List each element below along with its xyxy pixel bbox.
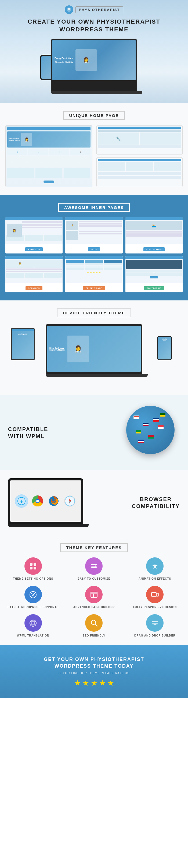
laptop-screen: Bring Back Your Strength, Mobility 👩‍⚕️ xyxy=(52,40,136,80)
page-builder-icon xyxy=(85,586,103,603)
pstar-2: ★ xyxy=(90,272,92,274)
hero-title-line1: CREATE YOUR OWN PHYSIOTHERAPIST xyxy=(28,18,160,25)
laptop-outer: e xyxy=(8,478,83,524)
pt-r4 xyxy=(85,263,103,265)
ss-sm-header-top xyxy=(98,127,182,129)
svg-rect-13 xyxy=(30,563,32,566)
blog-img: 🏃 xyxy=(66,221,78,230)
inner-pages-section: AWESOME INNER PAGES 👩‍⚕️ xyxy=(0,195,188,301)
ss-col-2 xyxy=(35,168,62,178)
ss-icon-4: 🏃 xyxy=(70,149,90,155)
about-row-3 xyxy=(22,227,62,228)
blog-single-btn[interactable]: BLOG SINGLE xyxy=(143,247,165,251)
services-btn[interactable]: SERVICES xyxy=(26,286,43,290)
pt-head2 xyxy=(85,260,103,263)
ss-sm-content-b xyxy=(98,172,182,175)
df-phone-content: Bring BackYour Strength,Mobility xyxy=(159,338,170,341)
home-screenshots-container: Bring Back YourStrength, Mobility 👩‍⚕️ ✚… xyxy=(5,125,183,187)
star-1: ★ xyxy=(74,679,81,687)
services-screenshot: 👨‍⚕️ xyxy=(5,256,62,283)
contact-btn[interactable]: CONTACT US xyxy=(144,286,164,290)
theme-settings-label: THEME SETTING OPTIONS xyxy=(13,577,53,581)
ss-col-1 xyxy=(7,168,34,178)
contact-form-row xyxy=(126,270,182,273)
browser-screen: e xyxy=(10,480,81,522)
browser-compat-text: BROWSER COMPATIBILITY xyxy=(132,496,180,509)
screen-title: Bring Back Your xyxy=(55,57,73,60)
ss-sm-grid xyxy=(98,162,182,171)
star-4: ★ xyxy=(99,679,106,687)
services-btn-area: SERVICES xyxy=(5,283,62,292)
svg-rect-19 xyxy=(91,567,97,568)
ss-product-1: 🔧 xyxy=(98,132,139,145)
pricing-btn[interactable]: PRICING PAGE xyxy=(83,286,105,290)
svg-text:e: e xyxy=(20,498,23,504)
svg-marker-39 xyxy=(154,624,156,625)
ie-icon: e xyxy=(15,494,28,508)
easy-customize-label: EASY TO CUSTOMIZE xyxy=(78,577,110,581)
svc-row1 xyxy=(6,269,62,270)
pricing-table xyxy=(66,260,122,270)
hero-section: PHYSIOTHERAPIST CREATE YOUR OWN PHYSIOTH… xyxy=(0,0,188,103)
blog-btn[interactable]: BLOG xyxy=(88,247,100,251)
animation-label: ANIMATION EFFECTS xyxy=(139,577,171,581)
svc-i2 xyxy=(25,273,43,278)
contact-btn-area: CONTACT US xyxy=(126,283,183,292)
laptop-base xyxy=(51,91,142,94)
blog-t2 xyxy=(79,223,122,224)
flag-dot-6 xyxy=(138,440,144,443)
ss-icon-3: ♥ xyxy=(49,149,69,155)
ss-sm-g2 xyxy=(126,162,153,171)
features-grid: THEME SETTING OPTIONS EASY TO CUSTOMIZE xyxy=(5,557,183,637)
hero-devices: Bring Back Your Strength, Mobility 👩‍⚕️ xyxy=(37,39,151,92)
browser-laptop-base xyxy=(8,524,89,527)
pt-head3 xyxy=(104,260,122,263)
flag-dot-8 xyxy=(160,413,165,416)
logo-icon xyxy=(65,5,73,14)
tab-content: Bring Back YourStrength, Mobility xyxy=(12,332,34,336)
pt-r1 xyxy=(66,263,84,265)
cta-title-2: WORDPRESS THEME TODAY xyxy=(55,663,133,669)
ss-sm-inner-top: 🔧 xyxy=(97,126,183,155)
blog-t1 xyxy=(79,221,122,222)
feature-animation: ANIMATION EFFECTS xyxy=(127,557,183,581)
inner-page-about: 👩‍⚕️ ABOUT US xyxy=(5,217,62,253)
blog-text-2 xyxy=(79,231,122,240)
inner-page-contact: CONTACT US xyxy=(126,256,183,292)
about-b3 xyxy=(44,235,62,241)
device-friendly-title-box: DEVICE FRIENDLY THEME xyxy=(5,308,183,317)
homepage-screenshot-right-bottom xyxy=(97,157,183,187)
cta-section: GET YOUR OWN PHYSIOTHERAPIST WORDPRESS T… xyxy=(0,645,188,698)
seo-icon xyxy=(85,614,103,632)
blog-ss-content: 🏃 xyxy=(65,220,123,241)
hero-title-line2: WORDPRESS THEME xyxy=(59,26,128,33)
bs-t1 xyxy=(126,231,182,232)
blog-ss-header xyxy=(65,217,123,220)
ss-hero-area: Bring Back YourStrength, Mobility 👩‍⚕️ xyxy=(7,131,90,148)
svg-rect-16 xyxy=(33,567,36,569)
blog-t4 xyxy=(79,231,122,232)
pstar-5: ★ xyxy=(99,272,101,274)
flag-dot-7 xyxy=(158,425,164,429)
pt-r9 xyxy=(104,268,122,270)
about-btn[interactable]: ABOUT US xyxy=(25,247,43,251)
pt-r7 xyxy=(104,263,122,265)
ss-bottom-row xyxy=(7,168,90,178)
animation-icon xyxy=(146,557,164,575)
cta-title: GET YOUR OWN PHYSIOTHERAPIST WORDPRESS T… xyxy=(5,656,183,670)
device-friendly-section: DEVICE FRIENDLY THEME Bring Back YourStr… xyxy=(0,301,188,395)
inner-pages-grid: 👩‍⚕️ ABOUT US xyxy=(5,217,183,292)
ss-cta-btn-wrap xyxy=(7,181,90,183)
tablet-screen: Bring Back YourStrength, Mobility xyxy=(12,329,34,359)
about-ss-content: 👩‍⚕️ xyxy=(5,220,62,235)
contact-ss-header xyxy=(126,256,183,259)
blog-single-btn-area: BLOG SINGLE xyxy=(126,244,183,253)
ss-sm-header-bottom xyxy=(98,159,182,161)
blog-single-ss-header xyxy=(126,217,183,220)
seo-label: SEO FRIENDLY xyxy=(83,634,106,637)
svc-2 xyxy=(34,260,62,268)
df-laptop-wrap: Bring Back YourStrength, Mobility 👩‍⚕️ xyxy=(46,324,142,377)
cta-title-1: GET YOUR OWN PHYSIOTHERAPIST xyxy=(44,657,144,662)
features-title-box: THEME KEY FEATURES xyxy=(5,543,183,552)
screenshot-inner: Bring Back YourStrength, Mobility 👩‍⚕️ ✚… xyxy=(6,126,92,187)
